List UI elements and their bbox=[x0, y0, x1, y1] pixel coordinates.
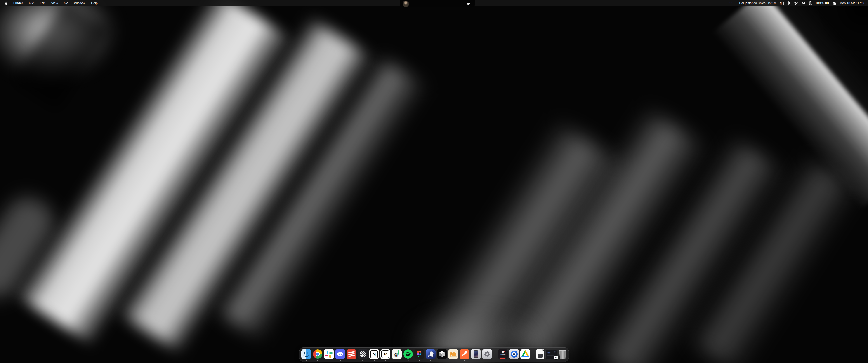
dock-item-spotify[interactable] bbox=[403, 349, 413, 361]
apple-icon bbox=[4, 1, 8, 5]
double-circle-icon[interactable] bbox=[809, 1, 812, 5]
raycast-icon: raycast bbox=[498, 349, 508, 359]
charging-bolt-icon: ⚡ bbox=[826, 2, 829, 4]
notion-letter: N bbox=[370, 350, 378, 358]
wallpaper-dark-corner bbox=[818, 0, 868, 52]
discord-icon bbox=[335, 349, 345, 359]
dock-item-finder[interactable] bbox=[301, 349, 311, 361]
flow-blob-icon[interactable] bbox=[794, 1, 798, 5]
dock-item-postico[interactable] bbox=[448, 349, 458, 361]
postman-icon bbox=[460, 349, 469, 359]
granola-menu-icon[interactable]: g bbox=[780, 1, 783, 5]
dock-item-iphone-mirroring[interactable] bbox=[471, 349, 481, 361]
notion-calendar-icon: 10 bbox=[380, 349, 391, 359]
todoist-icon bbox=[346, 349, 356, 359]
system-settings-icon bbox=[482, 349, 492, 359]
menu-go[interactable]: Go bbox=[61, 0, 71, 6]
battery-icon: ⚡ bbox=[825, 2, 829, 4]
granola-cursor bbox=[783, 2, 784, 5]
document-file-icon bbox=[536, 350, 544, 359]
display-icon[interactable] bbox=[801, 1, 805, 5]
dock-item-trash[interactable] bbox=[559, 349, 567, 361]
notion-icon: N bbox=[369, 349, 379, 359]
now-playing-album-art[interactable] bbox=[403, 1, 409, 6]
minimized-window-thumbnail: 10 bbox=[546, 350, 557, 359]
dock-item-postman[interactable] bbox=[460, 349, 469, 361]
notion-calendar-date: 10 bbox=[381, 350, 389, 358]
blue-cards-app-icon bbox=[426, 349, 436, 359]
control-center-icon[interactable] bbox=[833, 1, 836, 5]
desktop: Finder File Edit View Go Window Help •••… bbox=[0, 0, 868, 363]
apple-menu[interactable] bbox=[2, 0, 10, 6]
dock-item-raycast[interactable]: raycast bbox=[498, 349, 508, 361]
running-indicator bbox=[419, 360, 420, 361]
trash-icon bbox=[559, 350, 567, 359]
running-indicator bbox=[306, 360, 307, 361]
cube-3d-icon bbox=[437, 349, 447, 359]
burst-icon[interactable] bbox=[787, 1, 791, 5]
notch-widget[interactable] bbox=[400, 0, 475, 7]
finder-icon bbox=[301, 349, 311, 359]
dock-item-linear[interactable] bbox=[358, 349, 368, 361]
audio-visualizer-icon bbox=[467, 0, 471, 7]
figma-icon bbox=[414, 349, 424, 359]
chrome-icon bbox=[313, 349, 322, 359]
granola-glyph: g bbox=[780, 1, 782, 5]
menu-bar-clock[interactable]: Mon 10 Mar 17:58 bbox=[839, 1, 865, 5]
menu-window[interactable]: Window bbox=[71, 0, 88, 6]
dock-item-blue-cards-app[interactable] bbox=[426, 349, 436, 361]
linear-icon bbox=[358, 349, 368, 359]
google-drive-icon bbox=[520, 349, 530, 359]
granola-icon: g bbox=[392, 349, 402, 359]
dock-item-chrome[interactable] bbox=[313, 349, 322, 361]
dock-item-1password[interactable] bbox=[509, 349, 519, 361]
running-indicator bbox=[464, 360, 465, 361]
event-text: Dar jantar do Chico · in 2 m bbox=[739, 1, 776, 5]
dock-item-todoist[interactable] bbox=[346, 349, 356, 361]
dock-item-granola[interactable]: g bbox=[392, 349, 402, 361]
running-indicator bbox=[374, 360, 375, 361]
wallpaper bbox=[0, 0, 868, 363]
running-indicator bbox=[317, 360, 318, 361]
dock-separator bbox=[495, 350, 495, 359]
dock-item-slack[interactable] bbox=[324, 349, 334, 361]
dock-item-black-cube-app[interactable] bbox=[437, 349, 447, 361]
running-indicator bbox=[362, 360, 363, 361]
menu-help[interactable]: Help bbox=[88, 0, 101, 6]
dock-item-minimized-window[interactable]: 10 bbox=[546, 349, 557, 361]
dock-item-figma[interactable] bbox=[414, 349, 424, 361]
raycast-label: raycast bbox=[500, 354, 505, 356]
postico-elephant-icon bbox=[448, 349, 458, 359]
spotify-icon bbox=[403, 349, 413, 359]
menu-bar-status: ••• Dar jantar do Chico · in 2 m g 100% bbox=[730, 0, 868, 6]
event-indicator-bar bbox=[736, 1, 737, 5]
battery-percent: 100% bbox=[815, 1, 824, 5]
slack-icon bbox=[324, 349, 334, 359]
menu-bar-left: Finder File Edit View Go Window Help bbox=[0, 0, 101, 6]
onepassword-icon bbox=[509, 349, 519, 359]
dock-item-google-drive[interactable] bbox=[520, 349, 530, 361]
running-indicator bbox=[340, 360, 341, 361]
iphone-mirroring-icon bbox=[471, 349, 481, 359]
dock: N 10 g bbox=[299, 348, 569, 362]
menu-file[interactable]: File bbox=[26, 0, 37, 6]
dock-item-document-file[interactable] bbox=[536, 349, 544, 361]
dock-item-discord[interactable] bbox=[335, 349, 345, 361]
minimized-app-badge: 10 bbox=[554, 356, 558, 360]
battery-status[interactable]: 100% ⚡ bbox=[815, 1, 830, 5]
menu-view[interactable]: View bbox=[48, 0, 61, 6]
dock-item-system-settings[interactable] bbox=[482, 349, 492, 361]
calendar-event-item[interactable]: Dar jantar do Chico · in 2 m bbox=[736, 1, 777, 5]
menu-app-name[interactable]: Finder bbox=[10, 0, 26, 6]
hidden-items-icon[interactable]: ••• bbox=[730, 1, 733, 5]
dock-item-notion[interactable]: N bbox=[369, 349, 379, 361]
running-indicator bbox=[385, 360, 386, 361]
running-indicator bbox=[408, 360, 408, 361]
menu-edit[interactable]: Edit bbox=[37, 0, 48, 6]
running-indicator bbox=[430, 360, 431, 361]
granola-cursor bbox=[398, 350, 399, 355]
dock-item-notion-calendar[interactable]: 10 bbox=[380, 349, 391, 361]
